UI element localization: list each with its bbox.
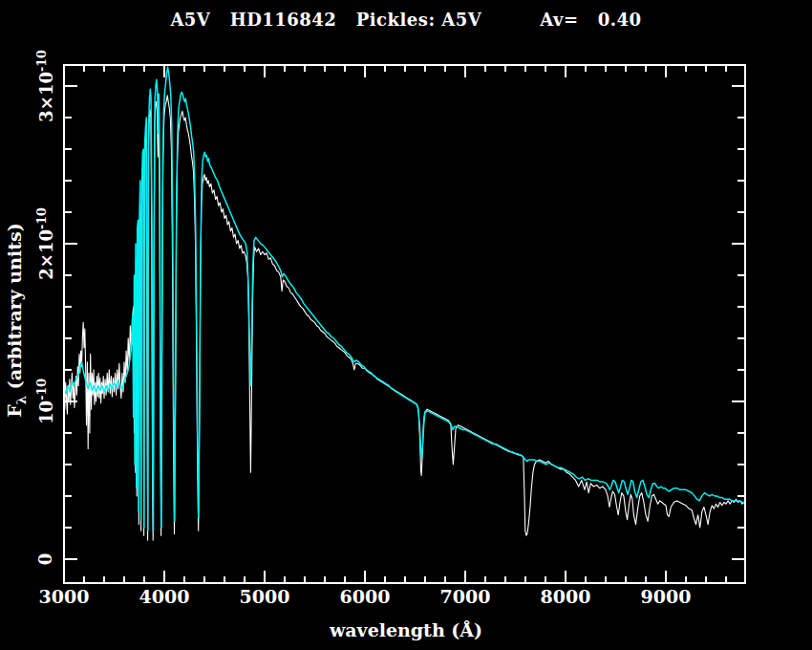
x-tick-label: 8000 xyxy=(541,586,591,607)
spectrum-chart-canvas xyxy=(0,0,812,650)
plot-title: A5V HD116842 Pickles: A5V Av= 0.40 xyxy=(0,10,812,30)
y-tick-label: 3×10-10 xyxy=(34,50,56,121)
plot-background xyxy=(0,0,812,650)
x-tick-label: 3000 xyxy=(39,586,90,607)
x-tick-label: 4000 xyxy=(139,586,190,607)
y-tick-label: 10-10 xyxy=(34,379,56,424)
y-tick-label: 0 xyxy=(35,553,55,566)
x-tick-label: 5000 xyxy=(240,586,290,607)
y-tick-label: 2×10-10 xyxy=(34,207,56,279)
x-tick-label: 6000 xyxy=(340,586,391,607)
y-axis-label: Fλ (arbitrary units) xyxy=(4,223,29,417)
x-axis-label: wavelength (Å) xyxy=(0,619,812,640)
x-tick-label: 9000 xyxy=(641,586,692,607)
x-tick-label: 7000 xyxy=(440,586,491,607)
spectrum-plot-window: A5V HD116842 Pickles: A5V Av= 0.40 wavel… xyxy=(0,0,812,650)
